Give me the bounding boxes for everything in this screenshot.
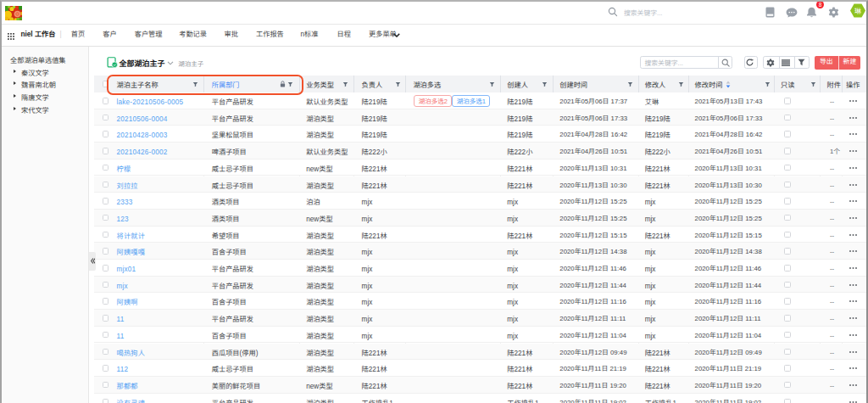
svg-text:琳: 琳: [854, 6, 861, 15]
